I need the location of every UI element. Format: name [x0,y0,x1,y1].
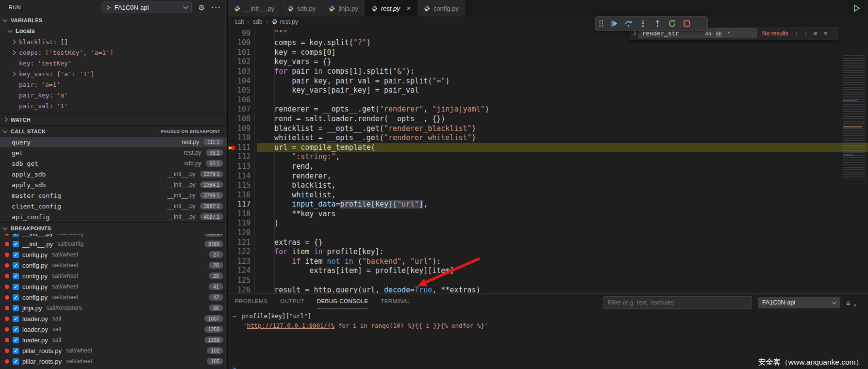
tab-sdb-py[interactable]: sdb.py [281,0,322,16]
drag-handle-icon[interactable] [599,20,604,27]
section-call-stack[interactable]: CALL STACK PAUSED ON BREAKPOINT [0,125,227,137]
panel-tab-terminal[interactable]: TERMINAL [381,294,410,308]
code-line[interactable]: 102 key_vars = {} [228,57,868,67]
more-actions-icon[interactable]: ··· [212,4,221,11]
code-line[interactable]: 113 rend, [228,162,868,172]
variable-row[interactable]: comps:['testKey', 'a=1'] [0,47,227,58]
code-line[interactable]: 126 result = http.query(url, decode=True… [228,286,868,293]
code-line[interactable]: 120 [228,228,868,238]
panel-tab-debug-console[interactable]: DEBUG CONSOLE [317,294,368,308]
minimap[interactable] [839,53,868,182]
breakpoint-checkbox[interactable]: ✓ [13,305,19,311]
breakpoint-checkbox[interactable]: ✓ [13,337,19,343]
breakpoint-row[interactable]: ✓loader.pysalt1338 [0,335,227,345]
code-line[interactable]: 110 whitelist = __opts__.get("renderer_w… [228,133,868,143]
call-stack-frame[interactable]: api_config__init__.py4027:1 [0,211,227,222]
code-line[interactable]: 105 key_vars[pair_key] = pair_val [228,86,868,96]
variable-row[interactable]: pair:'a=1' [0,79,227,90]
tab-config-py[interactable]: config.py [417,0,466,16]
find-in-selection-icon[interactable]: ≡ [814,30,818,37]
breadcrumb-item[interactable]: salt [234,18,244,25]
restart-button[interactable] [666,18,678,30]
breakpoint-checkbox[interactable]: ✓ [13,262,19,269]
tab-jinja-py[interactable]: jinja.py [322,0,365,16]
console-session-dropdown[interactable]: FA1C0N-api [758,297,840,308]
breakpoint-checkbox[interactable]: ✓ [13,273,19,279]
variable-row[interactable]: key_vars:{'a': '1'} [0,68,227,79]
breakpoint-row[interactable]: ✓jinja.pysalt/renderers66 [0,303,227,313]
code-line[interactable]: 122 for item in profile[key]: [228,247,868,257]
code-line[interactable]: 104 pair_key, pair_val = pair.split("=") [228,77,868,86]
variable-row[interactable]: blacklist:[] [0,36,227,47]
continue-button[interactable] [608,18,619,30]
variable-row[interactable]: pair_key:'a' [0,90,227,100]
console-url-link[interactable]: http://127.0.0.1:8001/{% [247,322,335,329]
code-line[interactable]: 108 rend = salt.loader.render(__opts__, … [228,114,868,124]
code-line[interactable]: 106 [228,96,868,105]
tab--init-py[interactable]: __init__.py [228,0,281,16]
code-line[interactable]: 123 if item not in ("backend", "url"): [228,257,868,267]
code-line[interactable]: 103 for pair in comps[1].split("&"): [228,67,868,77]
call-stack-frame[interactable]: apply_sdb__init__.py2379:1 [0,169,227,179]
code-line[interactable]: 107 renderer = __opts__.get("renderer", … [228,105,868,114]
panel-tab-problems[interactable]: PROBLEMS [235,294,267,308]
code-line[interactable]: 101 key = comps[0] [228,48,868,58]
panel-tab-output[interactable]: OUTPUT [280,294,304,308]
breakpoint-row[interactable]: ✓config.pysalt/wheel41 [0,281,227,292]
next-match-icon[interactable]: ↓ [804,30,808,37]
call-stack-frame[interactable]: sdb_getsdb.py60:1 [0,158,227,169]
code-line[interactable]: 117 input_data=profile[key]["url"], [228,200,868,209]
code-line[interactable]: 111 url = compile_template( [228,143,868,153]
code-line[interactable]: 124 extras[item] = profile[key][item] [228,266,868,276]
breakpoint-checkbox[interactable]: ✓ [13,234,19,237]
breakpoint-checkbox[interactable]: ✓ [13,241,19,247]
call-stack-frame[interactable]: apply_sdb__init__.py2384:1 [0,179,227,190]
code-line[interactable]: 118 **key_vars [228,209,868,219]
section-breakpoints[interactable]: BREAKPOINTS [0,222,227,234]
section-watch[interactable]: WATCH [0,113,227,125]
step-over-button[interactable] [622,18,634,30]
match-case-icon[interactable]: Aa [705,31,711,36]
code-line[interactable]: 121 extras = {} [228,238,868,248]
breakpoint-row[interactable]: ✓loader.pysalt1007 [0,313,227,324]
stop-button[interactable] [681,18,692,30]
run-python-file-button[interactable] [852,4,861,13]
breakpoint-checkbox[interactable]: ✓ [13,284,19,290]
call-stack-frame[interactable]: getrest.py93:1 [0,147,227,158]
code-line[interactable]: 112 ":string:", [228,152,868,162]
repl-prompt-chevron[interactable]: > [233,365,236,369]
breakpoint-checkbox[interactable]: ✓ [13,348,19,354]
section-variables[interactable]: VARIABLES [0,15,227,26]
call-stack-frame[interactable]: queryrest.py111:1 [0,137,227,147]
breakpoint-checkbox[interactable]: ✓ [13,294,19,301]
breakpoint-row[interactable]: ✓config.pysalt/wheel27 [0,249,227,260]
toggle-replace-icon[interactable] [632,31,636,36]
code-line[interactable]: 114 renderer, [228,172,868,181]
breakpoint-row[interactable]: ✓config.pysalt/wheel42 [0,292,227,303]
breakpoint-row[interactable]: ✓pillar_roots.pysalt/wheel105 [0,356,227,367]
previous-match-icon[interactable]: ↑ [795,30,798,37]
breakpoint-row[interactable]: ✓__init__.pysalt/config3789 [0,239,227,249]
code-editor[interactable]: Get a value from the REST interface99 ""… [228,27,868,293]
code-line[interactable]: 109 blacklist = __opts__.get("renderer_b… [228,124,868,134]
clear-console-icon[interactable]: ≡× [846,299,855,307]
variable-row[interactable]: pair_val:'1' [0,100,227,111]
whole-word-icon[interactable]: ab [716,31,721,36]
call-stack-frame[interactable]: client_config__init__.py3987:1 [0,201,227,211]
gear-icon[interactable]: ⚙ [199,4,205,11]
code-line[interactable]: 115 blacklist, [228,181,868,191]
close-icon[interactable]: × [407,4,411,12]
breakpoint-row[interactable]: ✓pillar_roots.pysalt/wheel102 [0,345,227,356]
call-stack-frame[interactable]: master_config__init__.py3789:1 [0,190,227,201]
breakpoint-row[interactable]: ✓config.pysalt/wheel28 [0,260,227,271]
breadcrumb-item[interactable]: rest.py [271,18,299,25]
variable-row[interactable]: key:'testKey' [0,58,227,68]
console-filter-input[interactable] [603,296,752,309]
breakpoint-checkbox[interactable]: ✓ [13,316,19,322]
breakpoint-checkbox[interactable]: ✓ [13,252,19,258]
breakpoint-checkbox[interactable]: ✓ [13,326,19,333]
debug-console-output[interactable]: →profile[key]["url"] 'http://127.0.0.1:8… [233,311,488,331]
close-icon[interactable]: × [824,30,828,37]
breakpoint-row[interactable]: ✓__init__.pysalt/config2379 [0,234,227,239]
launch-config-dropdown[interactable]: FA1C0N-api [101,1,192,13]
